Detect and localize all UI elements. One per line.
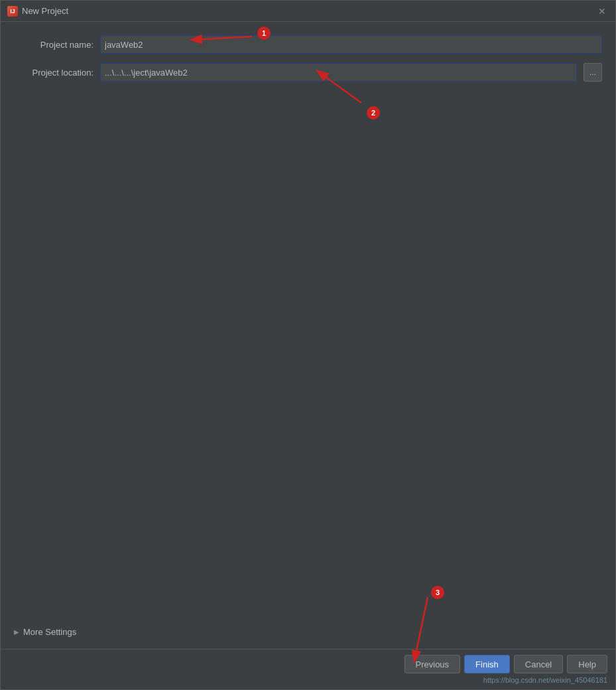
dialog-content: Project name: Project location: ... ▶ Mo… [1, 22, 615, 649]
cancel-button[interactable]: Cancel [514, 655, 563, 673]
footer-buttons: Previous Finish Cancel Help [9, 655, 607, 673]
title-bar-left: IJ New Project [7, 6, 68, 17]
more-settings-label: More Settings [23, 627, 76, 637]
title-bar: IJ New Project ✕ [1, 1, 615, 22]
main-content-area [14, 91, 602, 622]
more-settings-arrow-icon: ▶ [14, 628, 19, 636]
new-project-dialog: IJ New Project ✕ Project name: Project l… [0, 0, 616, 690]
dialog-footer: Previous Finish Cancel Help https://blog… [1, 649, 615, 689]
dialog-title: New Project [22, 6, 68, 16]
close-button[interactable]: ✕ [595, 5, 609, 18]
previous-button[interactable]: Previous [404, 655, 461, 673]
browse-button[interactable]: ... [584, 63, 602, 82]
project-name-row: Project name: [14, 35, 602, 54]
project-location-row: Project location: ... [14, 63, 602, 82]
project-location-input[interactable] [100, 63, 577, 82]
project-location-label: Project location: [14, 68, 93, 78]
app-icon: IJ [7, 6, 18, 17]
more-settings-row[interactable]: ▶ More Settings [14, 622, 602, 642]
help-button[interactable]: Help [567, 655, 607, 673]
project-name-input[interactable] [100, 35, 602, 54]
project-name-label: Project name: [14, 40, 93, 50]
finish-button[interactable]: Finish [464, 655, 510, 673]
footer-url: https://blog.csdn.net/weixin_45046181 [9, 676, 607, 684]
